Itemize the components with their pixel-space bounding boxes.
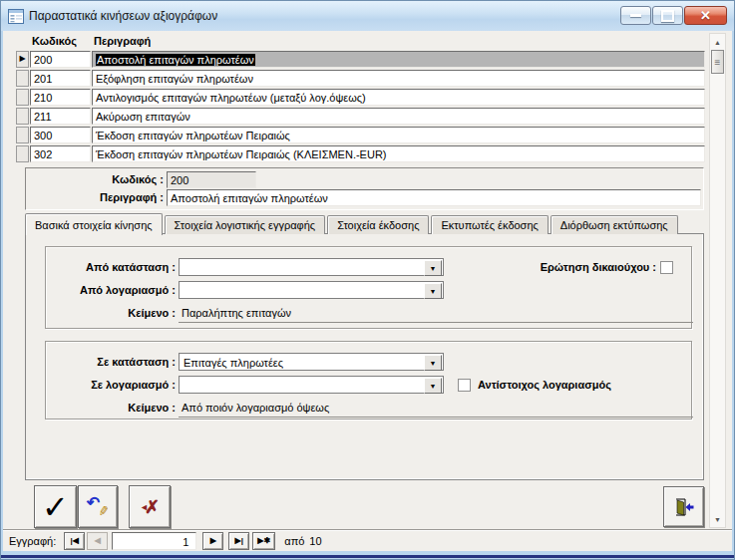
column-header-code: Κωδικός [32,35,77,47]
arrow-left-icon: ◀ [73,537,79,545]
exit-form-button[interactable] [663,486,704,527]
app-window: Παραστατικά κινήσεων αξιογράφων ✕ Κωδικό… [0,0,735,560]
current-record-input[interactable]: 1 [112,532,196,550]
to-account-label: Σε λογαριασμό : [46,379,176,391]
caption-buttons: ✕ [620,6,727,25]
row-selector[interactable] [16,145,29,162]
close-button[interactable]: ✕ [684,6,727,25]
code-field[interactable]: 200 [167,171,256,188]
detail-box: Κωδικός : 200 Περιγραφή : Αποστολή επιτα… [25,167,704,210]
vertical-scrollbar[interactable]: ▲ ≡ ▼ [709,33,726,528]
delete-record-button[interactable]: ◄✗ [129,485,171,528]
to-text-row: Κείμενο : Από ποιόν λογαριασμό όψεως [46,399,691,417]
table-row: 302 Έκδοση επιταγών πληρωτέων Πειραιώς (… [3,145,732,162]
description-field[interactable]: Αποστολή επιταγών πληρωτέων [167,189,701,206]
from-account-combobox[interactable]: ▼ [179,281,444,299]
row-selector[interactable] [16,127,29,143]
chevron-down-icon: ▼ [430,288,437,295]
to-account-combobox[interactable]: ▼ [179,376,444,394]
row-selector[interactable] [16,108,29,125]
last-record-button[interactable]: ▶| [228,532,249,550]
code-cell[interactable]: 300 [30,127,91,143]
record-navigator: Εγγραφή: |◀ ◀ 1 ▶ ▶| ▶✱ από 10 [3,529,732,551]
pencil-icon: ✎ [95,504,112,517]
tab-accounting-entry-data[interactable]: Στοιχεία λογιστικής εγγραφής [165,215,326,234]
description-cell[interactable]: Έκδοση επιταγών πληρωτέων Πειραιώς [92,127,705,143]
dropdown-button[interactable]: ▼ [424,355,442,371]
checkmark-icon: ✓ [42,491,69,523]
description-cell[interactable]: Ακύρωση επιταγών [92,108,705,125]
from-text-label: Κείμενο : [46,307,176,319]
tab-issue-data[interactable]: Στοιχεία έκδοσης [327,215,429,234]
code-cell[interactable]: 210 [30,89,91,106]
description-cell[interactable]: Έκδοση επιταγών πληρωτέων Πειραιώς (ΚΛΕΙ… [92,145,705,162]
new-record-button[interactable]: ▶✱ [252,532,275,550]
arrow-left-icon: ◀ [95,537,101,545]
title-bar[interactable]: Παραστατικά κινήσεων αξιογράφων ✕ [1,1,734,31]
scroll-down-button[interactable]: ▼ [710,511,725,527]
total-records: 10 [309,535,321,547]
table-row: 211 Ακύρωση επιταγών [3,108,732,125]
from-text-field[interactable]: Παραλήπτης επιταγών [179,305,693,323]
to-state-row: Σε κατάσταση : Επιταγές πληρωτέες ▼ [46,353,691,371]
tab-issue-printers[interactable]: Εκτυπωτές έκδοσης [431,215,548,234]
tab-strip: Βασικά στοιχεία κίνησης Στοιχεία λογιστι… [25,212,680,234]
window-title: Παραστατικά κινήσεων αξιογράφων [29,9,217,23]
description-field-label: Περιγραφή : [34,191,164,203]
from-state-row: Από κατάσταση : ▼ Ερώτηση δικαιούχου : [46,258,691,276]
exit-door-icon [673,497,695,517]
chevron-down-icon: ▼ [430,360,437,367]
description-cell[interactable]: Αποστολή επιταγών πληρωτέων [92,51,705,68]
arrow-right-icon: ▶ [210,537,216,545]
minimize-button[interactable] [620,6,651,25]
table-row: 300 Έκδοση επιταγών πληρωτέων Πειραιώς [3,127,732,143]
to-account-row: Σε λογαριασμό : ▼ Αντίστοιχος λογαριασμό… [46,376,691,394]
table-row: ▶ 200 Αποστολή επιταγών πληρωτέων [3,51,732,68]
form-body: Κωδικός Περιγραφή ▶ 200 Αποστολή επιταγώ… [3,31,732,551]
dropdown-button[interactable]: ▼ [424,283,442,299]
matching-account-checkbox[interactable] [458,379,471,392]
close-icon: ✕ [700,9,711,22]
current-record-arrow-icon: ▶ [19,54,25,63]
tab-print-correction[interactable]: Διόρθωση εκτύπωσης [551,215,678,234]
bar-icon: | [241,537,243,545]
restore-button[interactable] [652,6,683,25]
row-selector[interactable] [16,70,29,87]
thumb-grip-icon: ≡ [715,57,721,68]
from-state-label: Από κατάσταση : [46,261,176,273]
code-cell[interactable]: 211 [30,108,91,125]
scroll-up-button[interactable]: ▲ [710,34,725,50]
beneficiary-prompt-label: Ερώτηση δικαιούχου : [435,261,656,273]
scroll-down-icon: ▼ [714,516,721,523]
row-selector[interactable] [16,89,29,106]
restore-icon [661,10,674,22]
to-state-label: Σε κατάσταση : [46,356,176,368]
next-record-button[interactable]: ▶ [202,532,223,550]
table-row: 210 Αντιλογισμός επιταγών πληρωτέων (μετ… [3,89,732,106]
code-field-label: Κωδικός : [34,173,164,185]
save-record-button[interactable]: ✓ [34,485,77,528]
delete-x-icon: ✗ [145,496,160,518]
code-cell[interactable]: 201 [30,70,91,87]
to-text-label: Κείμενο : [46,402,176,414]
description-cell[interactable]: Εξόφληση επιταγών πληρωτέων [92,70,705,87]
from-state-combobox[interactable]: ▼ [179,258,444,276]
scrollbar-thumb[interactable]: ≡ [711,50,724,74]
beneficiary-prompt-checkbox[interactable] [660,261,673,274]
minimize-icon [630,14,641,17]
first-record-button[interactable]: |◀ [64,532,85,550]
description-cell[interactable]: Αντιλογισμός επιταγών πληρωτέων (μεταξύ … [92,89,705,106]
code-cell[interactable]: 302 [30,145,91,162]
from-group-box: Από κατάσταση : ▼ Ερώτηση δικαιούχου : Α… [45,246,692,329]
to-state-combobox[interactable]: Επιταγές πληρωτέες ▼ [179,353,444,371]
to-text-field[interactable]: Από ποιόν λογαριασμό όψεως [179,400,693,418]
record-navigator-label: Εγγραφή: [9,535,56,547]
tab-basic-movement-data[interactable]: Βασικά στοιχεία κίνησης [25,213,163,235]
row-selector[interactable]: ▶ [16,51,29,68]
code-cell[interactable]: 200 [30,51,91,68]
previous-record-button[interactable]: ◀ [87,532,108,550]
from-text-row: Κείμενο : Παραλήπτης επιταγών [46,304,691,322]
from-account-row: Από λογαριασμό : ▼ [46,281,691,299]
undo-changes-button[interactable]: ↶✎ [78,485,118,528]
dropdown-button[interactable]: ▼ [424,378,442,394]
